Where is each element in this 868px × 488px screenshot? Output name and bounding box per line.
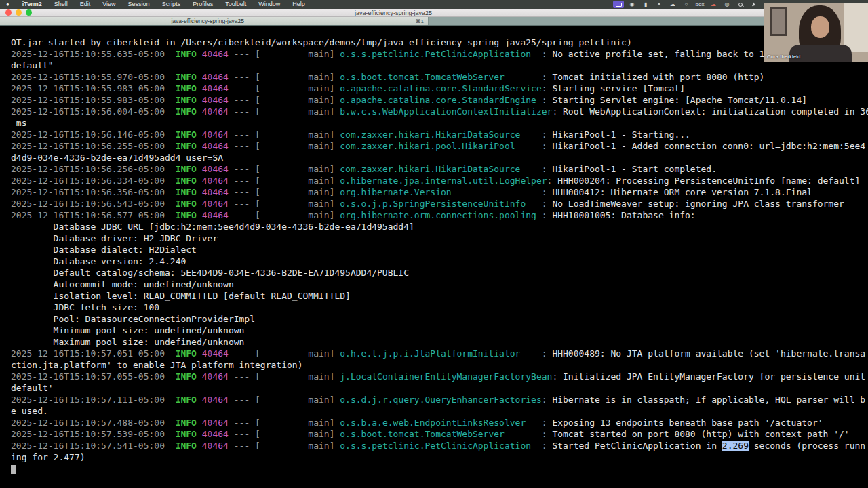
selected-text: 2.269 [722, 441, 749, 451]
box-icon[interactable]: box [694, 1, 705, 8]
terminal-line: 2025-12-16T15:10:56.146-05:00 INFO 40464… [11, 129, 868, 140]
menu-item-toolbelt[interactable]: Toolbelt [219, 0, 252, 9]
log-dim: 2025-12-16T15:10:56.334-05:00 [11, 176, 176, 186]
menu-item-window[interactable]: Window [252, 0, 286, 9]
log-logger: o.s.d.j.r.query.QueryEnhancerFactories [340, 394, 541, 405]
log-msg: ing for 2.477) [11, 452, 85, 462]
menu-item-profiles[interactable]: Profiles [186, 0, 219, 9]
menu-item-shell[interactable]: Shell [48, 0, 74, 9]
log-msg: HikariPool-1 - Added connection conn0: u… [552, 141, 865, 151]
battery-icon[interactable]: ▮ [640, 1, 651, 8]
log-msg: d4d9-034e-4336-b2de-ea71d495add4 user=SA [11, 152, 223, 163]
menu-item-edit[interactable]: Edit [74, 0, 97, 9]
log-dim: 2025-12-16T15:10:55.635-05:00 [11, 49, 176, 59]
record-icon[interactable]: ◉ [627, 1, 637, 8]
log-pid: 40464 [202, 176, 229, 186]
log-dim [197, 49, 202, 59]
tab-label: java-efficiency-spring-java25 [0, 18, 416, 24]
menu-item-session[interactable]: Session [122, 0, 156, 9]
screen-mirroring-icon[interactable] [613, 1, 624, 8]
terminal-line: 2025-12-16T15:10:57.541-05:00 INFO 40464… [11, 440, 868, 451]
log-dim: 2025-12-16T15:10:56.255-05:00 [11, 141, 176, 151]
log-info: INFO [176, 394, 197, 405]
log-dim: --- [ main] [229, 429, 340, 439]
log-logger: org.hibernate.orm.connections.pooling [340, 210, 541, 220]
log-pid: 40464 [202, 141, 229, 151]
log-logger: com.zaxxer.hikari.pool.HikariPool [340, 141, 541, 151]
log-dim [197, 106, 202, 117]
log-pid: 40464 [202, 106, 229, 117]
pointer-icon[interactable] [749, 1, 760, 8]
log-dim [197, 164, 202, 174]
terminal-line: 2025-12-16T15:10:57.488-05:00 INFO 40464… [11, 417, 868, 428]
log-info: INFO [176, 441, 197, 451]
webcam-person-face [811, 16, 829, 38]
log-dim: 2025-12-16T15:10:57.539-05:00 [11, 429, 176, 439]
apple-menu-icon[interactable]: ● [6, 0, 9, 9]
log-dim [197, 441, 202, 451]
tab-java-efficiency[interactable]: java-efficiency-spring-java25 ⌘1 [0, 17, 429, 25]
log-dim [197, 141, 202, 151]
webcam-name-label: Cora Iberkleid [767, 54, 801, 60]
log-dim [197, 394, 202, 405]
log-dim: 2025-12-16T15:10:57.111-05:00 [11, 394, 176, 405]
log-dim: --- [ main] [229, 141, 340, 151]
log-info: INFO [176, 418, 197, 428]
log-msg: Database dialect: H2Dialect [11, 245, 197, 255]
log-dim [197, 95, 202, 105]
log-dim: 2025-12-16T15:10:56.543-05:00 [11, 199, 176, 209]
log-dim: --- [ main] [229, 176, 340, 186]
terminal-line: Pool: DatasourceConnectionProviderImpl [11, 313, 868, 325]
log-dim: 2025-12-16T15:10:56.256-05:00 [11, 164, 176, 174]
spotlight-search-icon[interactable] [735, 1, 746, 8]
sync-icon[interactable]: ◍ [722, 1, 732, 8]
log-dim: --- [ main] [229, 418, 340, 428]
log-pid: 40464 [202, 394, 229, 405]
log-logger: com.zaxxer.hikari.HikariDataSource [340, 129, 541, 140]
terminal-line: Database version: 2.4.240 [11, 256, 868, 267]
menu-item-scripts[interactable]: Scripts [156, 0, 187, 9]
log-logger: o.s.boot.tomcat.TomcatWebServer [340, 72, 541, 82]
tab-bar: java-efficiency-spring-java25 ⌘1 [0, 17, 868, 26]
terminal-line: Database driver: H2 JDBC Driver [11, 232, 868, 244]
shortcuts-icon[interactable]: ◓ [654, 1, 665, 8]
log-msg: Database JDBC URL [jdbc:h2:mem:5ee4d4d9-… [11, 222, 414, 232]
creative-cloud-icon[interactable]: ☁ [708, 1, 719, 8]
terminal-line [11, 463, 868, 474]
terminal-line: 2025-12-16T15:10:55.983-05:00 INFO 40464… [11, 94, 868, 106]
log-pid: 40464 [202, 348, 229, 359]
log-logger: b.w.c.s.WebApplicationContextInitializer [340, 106, 552, 117]
menu-item-iterm2[interactable]: iTerm2 [16, 0, 48, 9]
log-msg: HHH10001005: Database info: [552, 210, 695, 220]
log-info: INFO [176, 49, 197, 59]
terminal-line: Maximum pool size: undefined/unknown [11, 336, 868, 348]
terminal-line: ms [11, 117, 868, 129]
menu-item-view[interactable]: View [96, 0, 121, 9]
log-logger: com.zaxxer.hikari.HikariDataSource [340, 164, 541, 174]
terminal-line: JDBC fetch size: 100 [11, 302, 868, 313]
tab-shortcut-badge: ⌘1 [416, 18, 424, 24]
terminal-pane[interactable]: OT.jar started by ciberkleid in /Users/c… [0, 26, 868, 488]
log-msg: Isolation level: READ_COMMITTED [default… [11, 291, 351, 301]
log-msg: JDBC fetch size: 100 [11, 302, 159, 312]
log-dim: 2025-12-16T15:10:57.051-05:00 [11, 348, 176, 359]
log-dim: --- [ main] [229, 210, 340, 220]
menu-item-help[interactable]: Help [286, 0, 311, 9]
log-info: INFO [176, 199, 197, 209]
log-pid: 40464 [202, 371, 229, 382]
log-msg: HHH000204: Processing PersistenceUnitInf… [557, 176, 860, 186]
log-dim [197, 348, 202, 359]
log-msg: default" [11, 60, 54, 70]
log-msg: HikariPool-1 - Starting... [552, 129, 690, 140]
log-msg: Database driver: H2 JDBC Driver [11, 233, 218, 243]
status-dot-icon[interactable]: ○ [681, 1, 692, 8]
terminal-line: 2025-12-16T15:10:55.970-05:00 INFO 40464… [11, 71, 868, 83]
cloud-icon[interactable]: ☁ [667, 1, 678, 8]
log-dim [197, 72, 202, 82]
log-info: INFO [176, 348, 197, 359]
log-dim: 2025-12-16T15:10:56.577-05:00 [11, 210, 176, 220]
log-info: INFO [176, 83, 197, 94]
log-info: INFO [176, 429, 197, 439]
terminal-line: 2025-12-16T15:10:56.255-05:00 INFO 40464… [11, 140, 868, 152]
log-logger: o.h.e.t.j.p.i.JtaPlatformInitiator [340, 348, 541, 359]
